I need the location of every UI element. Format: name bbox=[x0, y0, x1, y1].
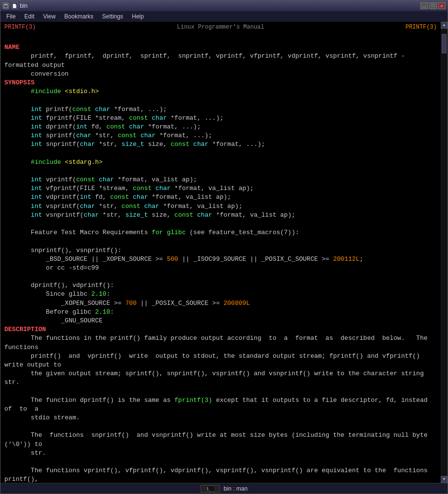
blank-space bbox=[0, 34, 441, 43]
close-button[interactable]: ✕ bbox=[438, 2, 446, 9]
menu-view[interactable]: View bbox=[39, 12, 60, 21]
maximize-button[interactable]: □ bbox=[429, 2, 437, 9]
main-content[interactable]: PRINTF(3) Linux Programmer's Manual PRIN… bbox=[0, 22, 441, 483]
menu-help[interactable]: Help bbox=[128, 12, 148, 21]
menu-bookmarks[interactable]: Bookmarks bbox=[61, 12, 97, 21]
menu-file[interactable]: File bbox=[2, 12, 19, 21]
header-center: Linux Programmer's Manual bbox=[177, 24, 264, 31]
scrollbar[interactable]: ▲ ▼ bbox=[441, 22, 448, 483]
header-left: PRINTF(3) bbox=[4, 24, 36, 31]
app-icon bbox=[2, 2, 9, 9]
svg-text:$_: $_ bbox=[206, 487, 211, 491]
title-bar: 📄 bin _ □ ✕ bbox=[0, 0, 448, 11]
name-section: NAME printf, fprintf, dprintf, sprintf, … bbox=[0, 43, 441, 79]
window-title: bin bbox=[20, 2, 28, 9]
description-section: DESCRIPTION The functions in the printf(… bbox=[0, 325, 441, 483]
man-page-header: PRINTF(3) Linux Programmer's Manual PRIN… bbox=[0, 24, 441, 31]
status-text: bin : man bbox=[224, 485, 247, 492]
synopsis-section: SYNOPSIS #include <stdio.h> int printf(c… bbox=[0, 79, 441, 325]
scroll-thumb[interactable] bbox=[442, 34, 447, 53]
minimize-button[interactable]: _ bbox=[420, 2, 428, 9]
scroll-down-button[interactable]: ▼ bbox=[441, 476, 448, 483]
header-right: PRINTF(3) bbox=[405, 24, 437, 31]
app-icon2: 📄 bbox=[11, 2, 18, 9]
title-bar-buttons: _ □ ✕ bbox=[420, 2, 446, 9]
terminal-icon: $_ bbox=[201, 485, 220, 493]
content-area: PRINTF(3) Linux Programmer's Manual PRIN… bbox=[0, 22, 448, 483]
status-bar: $_ bin : man bbox=[0, 483, 448, 494]
title-bar-left: 📄 bin bbox=[2, 2, 28, 9]
scroll-up-button[interactable]: ▲ bbox=[441, 22, 448, 29]
scroll-track[interactable] bbox=[441, 29, 447, 476]
window-frame: 📄 bin _ □ ✕ File Edit View Bookmarks Set… bbox=[0, 0, 448, 494]
menu-bar: File Edit View Bookmarks Settings Help bbox=[0, 11, 448, 22]
menu-edit[interactable]: Edit bbox=[20, 12, 38, 21]
svg-rect-1 bbox=[4, 4, 7, 5]
menu-settings[interactable]: Settings bbox=[98, 12, 127, 21]
